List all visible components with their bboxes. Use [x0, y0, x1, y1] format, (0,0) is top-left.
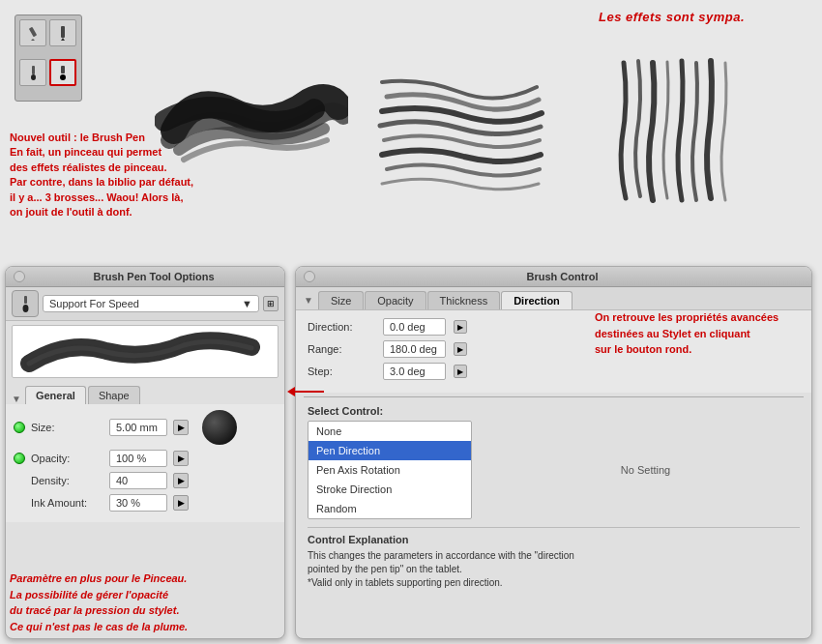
right-tabs: ▼ Size Opacity Thickness Direction [296, 287, 811, 310]
direction-arrow[interactable]: ▶ [454, 320, 467, 334]
explanation-title: Control Explanation [308, 534, 800, 545]
svg-point-10 [23, 305, 29, 312]
step-label: Step: [308, 366, 375, 377]
list-item-random[interactable]: Random [308, 499, 471, 518]
tool-brush-pen[interactable] [49, 59, 76, 86]
tab-thickness[interactable]: Thickness [427, 291, 501, 309]
size-green-dot[interactable] [14, 422, 25, 433]
svg-point-8 [61, 75, 66, 80]
panel-left-tabs: ▼ General Shape [6, 382, 284, 404]
explanation-text: This changes the parameters in accordanc… [308, 549, 800, 590]
tab-collapse-icon[interactable]: ▼ [12, 394, 21, 404]
opacity-green-dot[interactable] [14, 453, 25, 464]
divider-1 [304, 396, 804, 397]
prop-row-opacity: Opacity: 100 % ▶ [14, 450, 277, 467]
ink-amount-value[interactable]: 30 % [109, 494, 167, 512]
range-arrow[interactable]: ▶ [454, 342, 467, 356]
brush-strokes-area [126, 10, 803, 251]
brush-stroke-1 [155, 53, 348, 208]
select-list: None Pen Direction Pen Axis Rotation Str… [308, 421, 472, 519]
tool-brush[interactable] [19, 59, 46, 86]
list-item-pen-direction[interactable]: Pen Direction [308, 441, 471, 460]
opacity-value[interactable]: 100 % [109, 450, 167, 467]
select-list-container: None Pen Direction Pen Axis Rotation Str… [296, 421, 811, 519]
red-arrow-annotation [287, 382, 326, 401]
size-arrow[interactable]: ▶ [173, 420, 189, 435]
grid-view-button[interactable]: ⊞ [263, 296, 279, 311]
direction-value[interactable]: 0.0 deg [383, 318, 446, 336]
brush-stroke-2 [367, 53, 561, 208]
list-item-stroke-direction[interactable]: Stroke Direction [308, 480, 471, 499]
panel-left-toolbar: Support For Speed ▼ ⊞ [6, 287, 284, 321]
range-label: Range: [308, 343, 375, 355]
control-explanation: Control Explanation This changes the par… [308, 527, 800, 590]
step-arrow[interactable]: ▶ [454, 365, 467, 378]
preset-dropdown[interactable]: Support For Speed ▼ [43, 295, 259, 312]
svg-point-5 [31, 74, 36, 80]
tab-shape[interactable]: Shape [88, 386, 140, 404]
svg-marker-1 [31, 39, 35, 41]
svg-rect-2 [61, 26, 65, 38]
brush-tool-icon-button[interactable] [12, 290, 39, 317]
size-label: Size: [31, 422, 103, 433]
close-button[interactable] [14, 271, 25, 282]
panel-left-props: Size: 5.00 mm ▶ Opacity: 100 % ▶ Density… [6, 404, 284, 522]
tab-general[interactable]: General [25, 386, 86, 404]
svg-rect-4 [32, 66, 35, 74]
svg-rect-9 [24, 296, 27, 304]
list-item-none[interactable]: None [308, 422, 471, 441]
panel-right-title: Brush Control [321, 271, 804, 282]
opacity-label: Opacity: [31, 453, 103, 464]
list-item-pen-axis-rotation[interactable]: Pen Axis Rotation [308, 460, 471, 480]
size-preview-circle [202, 410, 237, 445]
size-value[interactable]: 5.00 mm [109, 419, 167, 436]
panel-left-titlebar: Brush Pen Tool Options [6, 267, 284, 287]
opacity-arrow[interactable]: ▶ [173, 451, 189, 466]
svg-marker-12 [287, 387, 295, 396]
tab-size[interactable]: Size [318, 291, 364, 309]
range-value[interactable]: 180.0 deg [383, 340, 446, 358]
step-row: Step: 3.0 deg ▶ [308, 363, 800, 380]
ink-amount-label: Ink Amount: [31, 497, 103, 509]
tool-pen[interactable] [49, 19, 76, 46]
prop-row-size: Size: 5.00 mm ▶ [14, 410, 277, 445]
annotation-bottom-left: Paramètre en plus pour le Pinceau. La po… [10, 571, 276, 634]
tab-direction[interactable]: Direction [501, 291, 572, 309]
tab-opacity[interactable]: Opacity [365, 291, 426, 309]
brush-stroke-3 [580, 53, 774, 208]
ink-amount-arrow[interactable]: ▶ [173, 495, 189, 511]
no-setting-label: No Setting [472, 421, 800, 519]
right-tab-collapse-icon[interactable]: ▼ [304, 295, 313, 306]
prop-row-ink-amount: Ink Amount: 30 % ▶ [14, 494, 277, 512]
density-arrow[interactable]: ▶ [173, 473, 189, 488]
select-control-label: Select Control: [296, 401, 811, 419]
direction-label: Direction: [308, 321, 375, 333]
prop-row-density: Density: 40 ▶ [14, 472, 277, 489]
brush-preview-area [12, 325, 279, 378]
toolbox [15, 15, 82, 102]
density-value[interactable]: 40 [109, 472, 167, 489]
top-section: Nouvel outil : le Brush Pen En fait, un … [0, 0, 822, 261]
svg-rect-0 [29, 27, 37, 38]
annotation-right-middle: On retrouve les propriétés avancéesdesti… [595, 309, 803, 358]
right-close-button[interactable] [304, 271, 315, 282]
panel-right-titlebar: Brush Control [296, 267, 811, 287]
panel-left-title: Brush Pen Tool Options [31, 271, 277, 282]
svg-marker-3 [61, 38, 65, 41]
density-label: Density: [31, 475, 103, 486]
svg-rect-6 [61, 66, 65, 73]
step-value[interactable]: 3.0 deg [383, 363, 446, 380]
tool-pencil[interactable] [19, 19, 46, 46]
